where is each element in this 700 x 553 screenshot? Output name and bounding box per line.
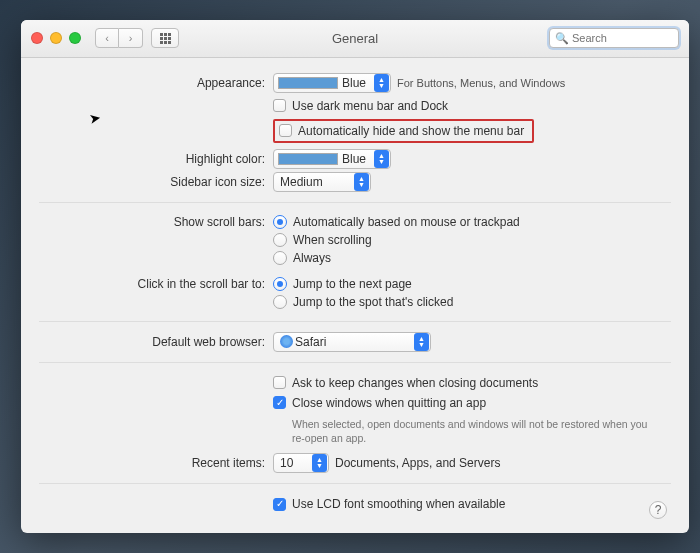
appearance-label: Appearance: <box>39 76 273 90</box>
autohide-label: Automatically hide and show the menu bar <box>298 124 524 138</box>
chevron-updown-icon: ▲▼ <box>354 173 369 191</box>
recent-select[interactable]: 10 ▲▼ <box>273 453 329 473</box>
browser-select[interactable]: Safari ▲▼ <box>273 332 431 352</box>
blue-swatch <box>278 153 338 165</box>
lcd-smoothing-label: Use LCD font smoothing when available <box>292 497 505 511</box>
scrollbars-radio-scrolling[interactable] <box>273 233 287 247</box>
clickbar-radio-spot[interactable] <box>273 295 287 309</box>
search-icon: 🔍 <box>555 32 569 45</box>
close-windows-hint: When selected, open documents and window… <box>292 418 652 445</box>
titlebar: ‹ › General 🔍 <box>21 20 689 58</box>
sidebar-select[interactable]: Medium ▲▼ <box>273 172 371 192</box>
minimize-icon[interactable] <box>50 32 62 44</box>
clickbar-radio-next[interactable] <box>273 277 287 291</box>
separator <box>39 362 671 363</box>
clickbar-opt-0: Jump to the next page <box>293 277 412 291</box>
highlight-label: Highlight color: <box>39 152 273 166</box>
browser-label: Default web browser: <box>39 335 273 349</box>
zoom-icon[interactable] <box>69 32 81 44</box>
preferences-window: ‹ › General 🔍 ➤ Appearance: Blue ▲▼ For … <box>21 20 689 533</box>
close-windows-label: Close windows when quitting an app <box>292 396 486 410</box>
forward-button[interactable]: › <box>119 28 143 48</box>
scrollbars-label: Show scroll bars: <box>39 213 273 229</box>
lcd-smoothing-checkbox[interactable] <box>273 498 286 511</box>
highlighted-option: Automatically hide and show the menu bar <box>273 119 534 143</box>
help-button[interactable]: ? <box>649 501 667 519</box>
recent-label: Recent items: <box>39 456 273 470</box>
recent-suffix: Documents, Apps, and Servers <box>335 456 500 470</box>
show-all-button[interactable] <box>151 28 179 48</box>
back-button[interactable]: ‹ <box>95 28 119 48</box>
ask-changes-label: Ask to keep changes when closing documen… <box>292 376 538 390</box>
chevron-updown-icon: ▲▼ <box>374 74 389 92</box>
close-icon[interactable] <box>31 32 43 44</box>
appearance-hint: For Buttons, Menus, and Windows <box>397 77 565 89</box>
clickbar-opt-1: Jump to the spot that's clicked <box>293 295 453 309</box>
grid-icon <box>160 33 171 44</box>
sidebar-label: Sidebar icon size: <box>39 175 273 189</box>
scrollbars-opt-0: Automatically based on mouse or trackpad <box>293 215 520 229</box>
content-area: ➤ Appearance: Blue ▲▼ For Buttons, Menus… <box>21 58 689 533</box>
separator <box>39 321 671 322</box>
sidebar-value: Medium <box>280 175 350 189</box>
search-input[interactable] <box>572 32 673 44</box>
nav-buttons: ‹ › <box>95 28 143 48</box>
window-controls <box>31 32 81 44</box>
close-windows-checkbox[interactable] <box>273 396 286 409</box>
ask-changes-checkbox[interactable] <box>273 376 286 389</box>
dark-menu-label: Use dark menu bar and Dock <box>292 99 448 113</box>
scrollbars-opt-2: Always <box>293 251 331 265</box>
browser-value: Safari <box>295 335 410 349</box>
clickbar-radiogroup: Jump to the next page Jump to the spot t… <box>273 275 453 311</box>
clickbar-label: Click in the scroll bar to: <box>39 275 273 291</box>
autohide-checkbox[interactable] <box>279 124 292 137</box>
chevron-updown-icon: ▲▼ <box>374 150 389 168</box>
scrollbars-opt-1: When scrolling <box>293 233 372 247</box>
separator <box>39 483 671 484</box>
chevron-updown-icon: ▲▼ <box>414 333 429 351</box>
highlight-select[interactable]: Blue ▲▼ <box>273 149 391 169</box>
appearance-value: Blue <box>342 76 370 90</box>
scrollbars-radiogroup: Automatically based on mouse or trackpad… <box>273 213 520 267</box>
safari-icon <box>280 335 293 348</box>
dark-menu-checkbox[interactable] <box>273 99 286 112</box>
chevron-updown-icon: ▲▼ <box>312 454 327 472</box>
separator <box>39 202 671 203</box>
scrollbars-radio-always[interactable] <box>273 251 287 265</box>
window-title: General <box>332 31 378 46</box>
recent-value: 10 <box>280 456 308 470</box>
highlight-value: Blue <box>342 152 370 166</box>
scrollbars-radio-auto[interactable] <box>273 215 287 229</box>
blue-swatch <box>278 77 338 89</box>
appearance-select[interactable]: Blue ▲▼ <box>273 73 391 93</box>
search-field[interactable]: 🔍 <box>549 28 679 48</box>
cursor-icon: ➤ <box>88 109 103 127</box>
